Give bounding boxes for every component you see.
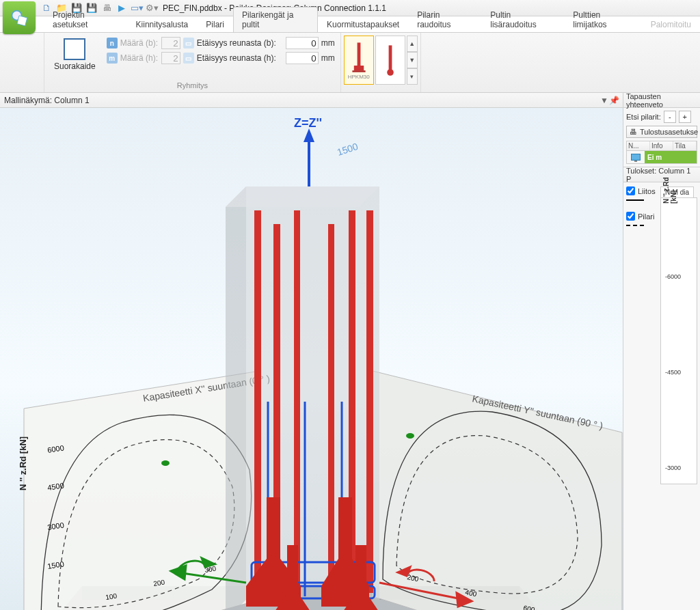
results-panel-header: Tulokset: Column 1 P xyxy=(623,167,700,182)
ribbon-body: Suorakaide n Määrä (b): ▭ Etäisyys reuna… xyxy=(0,33,700,93)
edge-b-icon: ▭ xyxy=(183,38,194,48)
monitor-icon xyxy=(631,154,641,161)
svg-point-17 xyxy=(161,460,170,466)
m-tag-icon: m xyxy=(107,53,118,64)
svg-rect-32 xyxy=(328,224,334,593)
edge-h-input[interactable] xyxy=(286,52,319,64)
svg-marker-27 xyxy=(226,186,246,610)
model-viewport[interactable]: Kapasiteetti X'' suuntaan (0 ° ) N '' z.… xyxy=(0,108,623,610)
svg-text:Z=Z'': Z=Z'' xyxy=(294,116,322,130)
mini-chart-ylabel: N '' z.Rd [kN] xyxy=(662,169,677,204)
count-h-label: Määrä (h): xyxy=(120,53,159,63)
output-settings-button[interactable]: 🖶 Tulostusasetukse xyxy=(626,126,697,138)
count-h-input xyxy=(161,52,180,64)
legend-liitos-checkbox[interactable] xyxy=(626,186,635,195)
viewport-pin-icon[interactable]: 📌 xyxy=(609,96,619,105)
gallery-down-icon[interactable]: ▼ xyxy=(407,52,418,68)
n-tag-icon: n xyxy=(107,38,118,48)
svg-rect-3 xyxy=(352,70,365,72)
legend-dash-line xyxy=(626,225,644,232)
viewport-dropdown-icon[interactable]: ▼ xyxy=(600,96,609,105)
tick-4500: -4500 xyxy=(665,369,681,376)
svg-point-5 xyxy=(387,69,394,76)
gallery-up-icon[interactable]: ▲ xyxy=(407,36,418,52)
svg-text:N '' z.Rd [kN]: N '' z.Rd [kN] xyxy=(18,436,28,490)
tab-project-settings[interactable]: Projektin asetukset xyxy=(44,7,127,32)
page-layout-icon[interactable]: ▭▾ xyxy=(131,3,142,14)
svg-marker-28 xyxy=(226,186,379,207)
tab-column[interactable]: Pilari xyxy=(197,16,233,32)
tick-6000: -6000 xyxy=(665,273,681,280)
edge-b-input[interactable] xyxy=(286,37,319,49)
ribbon-tab-strip: Projektin asetukset Kiinnitysalusta Pila… xyxy=(0,16,700,33)
shape-rectangle-label: Suorakaide xyxy=(54,61,96,71)
legend-solid-line xyxy=(626,199,644,206)
tab-shoes-bolts[interactable]: Pilarikengät ja pultit xyxy=(233,7,318,32)
printer-icon: 🖶 xyxy=(630,128,637,136)
legend-pilari-checkbox[interactable] xyxy=(626,212,635,221)
search-minus-button[interactable]: - xyxy=(664,111,676,123)
unit-mm: mm xyxy=(321,38,335,48)
output-settings-label: Tulostusasetukse xyxy=(640,128,698,136)
unit-mm: mm xyxy=(321,53,335,63)
count-b-label: Määrä (b): xyxy=(120,38,159,48)
svg-text:1500: 1500 xyxy=(336,141,360,158)
col-header-n[interactable]: N... xyxy=(627,141,650,150)
search-plus-button[interactable]: + xyxy=(679,111,691,123)
svg-rect-2 xyxy=(357,42,360,66)
tick-3000: -3000 xyxy=(665,465,681,471)
edge-h-label: Etäisyys reunasta (h): xyxy=(197,53,283,63)
legend-pilari-label: Pilari xyxy=(638,212,654,221)
gallery-more-icon[interactable]: ▾ xyxy=(407,68,418,85)
edge-h-icon: ▭ xyxy=(183,53,194,64)
viewport-header: Mallinäkymä: Column 1 ▼ 📌 xyxy=(0,93,623,108)
tab-bolt-splice[interactable]: Pulttien limijatkos xyxy=(564,7,641,32)
status-badge: Ei m xyxy=(645,151,697,163)
legend-liitos-label: Liitos xyxy=(638,187,656,195)
tab-load-cases[interactable]: Kuormitustapaukset xyxy=(318,16,408,32)
tab-fire-design: Palomitoitu xyxy=(642,16,700,32)
settings-icon[interactable]: ⚙▾ xyxy=(146,3,157,14)
count-b-input xyxy=(161,37,180,49)
svg-rect-1 xyxy=(17,16,27,26)
svg-rect-29 xyxy=(254,210,261,593)
summary-table: N... Info Tila Ei m xyxy=(626,141,697,164)
svg-rect-31 xyxy=(294,210,300,593)
grouping-label: Ryhmitys xyxy=(50,81,335,89)
svg-rect-4 xyxy=(388,45,392,70)
tab-column-reinf[interactable]: Pilarin raudoitus xyxy=(408,7,481,32)
search-columns-label: Etsi pilarit: xyxy=(626,113,661,121)
nm-mini-chart[interactable]: N '' z.Rd [kN] -6000 -4500 -3000 xyxy=(660,197,697,484)
svg-marker-43 xyxy=(304,128,314,142)
viewport-title: Mallinäkymä: Column 1 xyxy=(4,96,90,105)
app-menu-button[interactable] xyxy=(3,1,36,34)
svg-rect-34 xyxy=(366,210,373,593)
svg-point-25 xyxy=(406,433,414,439)
shoe-hpkm30-label: HPKM30 xyxy=(348,74,370,80)
shoe-bolt[interactable] xyxy=(375,36,405,85)
col-header-info[interactable]: Info xyxy=(650,141,673,150)
svg-marker-26 xyxy=(246,186,379,600)
shoe-hpkm30[interactable]: HPKM30 xyxy=(344,36,374,85)
summary-panel-header: Tapausten yhteenveto xyxy=(623,93,700,108)
tab-bolt-extra-reinf[interactable]: Pultin lisäraudoitus xyxy=(481,7,564,32)
col-header-tila[interactable]: Tila xyxy=(673,141,697,150)
edge-b-label: Etäisyys reunasta (b): xyxy=(197,38,283,48)
table-row[interactable]: Ei m xyxy=(627,151,697,163)
shape-rectangle-button[interactable]: Suorakaide xyxy=(50,36,100,74)
tab-foundation[interactable]: Kiinnitysalusta xyxy=(127,16,198,32)
svg-marker-8 xyxy=(24,371,260,610)
